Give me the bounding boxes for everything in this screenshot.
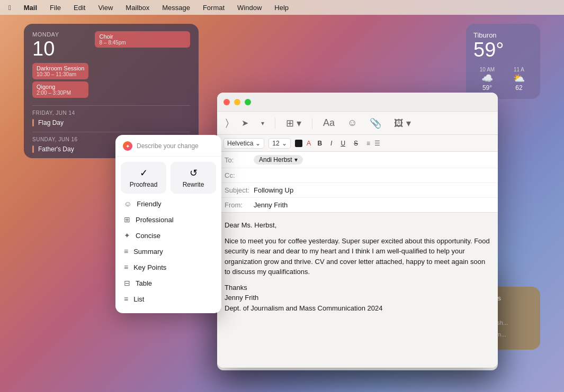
align-button[interactable]: ≡	[366, 140, 370, 147]
subject-label: Subject:	[225, 186, 254, 194]
calendar-section-1-date: FRIDAY, JUN 14	[32, 110, 190, 116]
keypoints-icon: ≡	[124, 263, 128, 271]
rewrite-icon: ↺	[175, 167, 212, 179]
ai-option-professional[interactable]: ⊞ Professional	[115, 212, 221, 227]
keypoints-label: Key Points	[133, 263, 166, 271]
professional-icon: ⊞	[124, 215, 130, 224]
ai-option-friendly[interactable]: ☺ Friendly	[115, 196, 221, 212]
weather-hour-1: 10 AM ☁️ 59°	[473, 67, 501, 92]
calendar-section-1-event: Flag Day	[32, 118, 190, 127]
weather-city: Tiburon	[473, 31, 533, 39]
from-label: From:	[225, 201, 254, 209]
toolbar-separator-1	[275, 118, 275, 129]
highlight-button[interactable]: A	[307, 139, 311, 147]
menu-format[interactable]: Format	[201, 3, 227, 13]
font-button[interactable]: Aa	[321, 115, 337, 131]
menu-message[interactable]: Message	[160, 3, 192, 13]
menu-edit[interactable]: Edit	[71, 3, 87, 13]
cc-row: Cc:	[217, 168, 498, 183]
menu-mailbox[interactable]: Mailbox	[123, 3, 151, 13]
table-icon: ⊟	[124, 279, 130, 287]
concise-label: Concise	[136, 232, 160, 240]
to-recipient-chip[interactable]: Andi Herbst ▾	[254, 155, 303, 165]
font-size-selector[interactable]: 12 ⌄	[268, 138, 290, 149]
calendar-event-2-time: 2:00 – 3:30PM	[37, 90, 84, 96]
proofread-label: Proofread	[125, 181, 162, 188]
calendar-event-1-title: Darkroom Session	[37, 65, 84, 71]
body-greeting: Dear Ms. Herbst,	[225, 220, 490, 231]
ai-rewrite-button[interactable]: ↺ Rewrite	[171, 162, 216, 194]
ai-option-summary[interactable]: ≡ Summary	[115, 243, 221, 259]
weather-temp: 59°	[473, 39, 533, 61]
list-label: List	[133, 295, 144, 303]
ai-option-table[interactable]: ⊟ Table	[115, 275, 221, 291]
menu-file[interactable]: File	[48, 3, 63, 13]
photo-button[interactable]: 🖼 ▾	[392, 115, 413, 131]
subject-row: Subject: Following Up	[217, 183, 498, 198]
mail-compose-window: 〉 ➤ ▾ ⊞ ▾ Aa ☺ 📎 🖼 ▾ Helvetica ⌄ 12 ⌄ A …	[217, 93, 498, 368]
menubar:  Mail File Edit View Mailbox Message Fo…	[0, 0, 564, 15]
send-button[interactable]: ➤	[239, 116, 250, 130]
cc-label: Cc:	[225, 171, 254, 179]
close-button[interactable]	[223, 99, 230, 105]
menu-window[interactable]: Window	[235, 3, 264, 13]
mail-headers: To: Andi Herbst ▾ Cc: Subject: Following…	[217, 152, 498, 213]
body-thanks: Thanks Jenny Frith Dept. of Journalism a…	[225, 282, 490, 314]
toolbar-separator-2	[312, 118, 312, 129]
bold-button[interactable]: B	[315, 139, 324, 148]
to-row: To: Andi Herbst ▾	[217, 152, 498, 168]
concise-icon: ✦	[124, 231, 130, 240]
ai-compose-panel: ✦ Describe your change ✓ Proofread ↺ Rew…	[115, 135, 221, 313]
strikethrough-button[interactable]: S	[352, 139, 360, 148]
calendar-day-number: 10	[32, 39, 88, 59]
list-icon: ≡	[124, 295, 128, 303]
send-dropdown[interactable]: ▾	[259, 117, 266, 129]
apple-menu[interactable]: 	[6, 3, 13, 13]
friendly-label: Friendly	[137, 200, 161, 208]
ai-sparkle-icon: ✦	[123, 141, 132, 151]
rewrite-label: Rewrite	[175, 181, 212, 188]
mail-toolbar: 〉 ➤ ▾ ⊞ ▾ Aa ☺ 📎 🖼 ▾	[217, 112, 498, 135]
italic-button[interactable]: I	[328, 139, 334, 148]
maximize-button[interactable]	[245, 99, 251, 105]
calendar-event-3-title: Choir	[99, 33, 186, 40]
weather-hour-2: 11 A ⛅ 62	[505, 67, 533, 92]
calendar-event-1-time: 10:30 – 11:30am	[37, 71, 84, 77]
to-chip-expand-icon: ▾	[294, 156, 298, 163]
list-format-button[interactable]: ☰	[374, 140, 380, 147]
subject-value[interactable]: Following Up	[254, 186, 490, 194]
text-color-swatch[interactable]	[295, 140, 302, 147]
mail-titlebar	[217, 93, 498, 112]
summary-icon: ≡	[124, 247, 128, 256]
ai-proofread-button[interactable]: ✓ Proofread	[121, 162, 166, 194]
mail-format-bar: Helvetica ⌄ 12 ⌄ A B I U S ≡ ☰	[217, 135, 498, 152]
menu-view[interactable]: View	[96, 3, 115, 13]
professional-label: Professional	[136, 216, 174, 224]
mail-body[interactable]: Dear Ms. Herbst, Nice to meet you for co…	[217, 213, 498, 368]
ai-option-keypoints[interactable]: ≡ Key Points	[115, 259, 221, 275]
ai-panel-header: ✦ Describe your change	[115, 135, 221, 157]
proofread-icon: ✓	[125, 167, 162, 179]
ai-option-list[interactable]: ≡ List	[115, 291, 221, 307]
weather-widget: Tiburon 59° 10 AM ☁️ 59° 11 A ⛅ 62	[466, 24, 540, 99]
minimize-button[interactable]	[234, 99, 240, 105]
underline-button[interactable]: U	[338, 139, 347, 148]
back-button[interactable]: 〉	[223, 115, 231, 131]
calendar-day-label: MONDAY	[32, 31, 88, 38]
menu-app-name[interactable]: Mail	[22, 3, 39, 13]
ai-option-concise[interactable]: ✦ Concise	[115, 227, 221, 243]
ai-header-text: Describe your change	[137, 142, 199, 150]
body-paragraph: Nice to meet you for coffee yesterday. S…	[225, 236, 490, 277]
to-label: To:	[225, 156, 254, 164]
attachment-button[interactable]: 📎	[368, 115, 383, 131]
table-label: Table	[136, 279, 152, 287]
font-selector[interactable]: Helvetica ⌄	[223, 138, 264, 149]
from-value: Jenny Frith	[254, 201, 490, 209]
friendly-icon: ☺	[124, 199, 131, 208]
format-button[interactable]: ⊞ ▾	[284, 115, 303, 131]
menu-help[interactable]: Help	[272, 3, 291, 13]
emoji-button[interactable]: ☺	[345, 115, 359, 131]
calendar-event-2-title: Qigong	[37, 84, 84, 90]
ai-tools-row: ✓ Proofread ↺ Rewrite	[115, 157, 221, 196]
from-row: From: Jenny Frith	[217, 198, 498, 212]
